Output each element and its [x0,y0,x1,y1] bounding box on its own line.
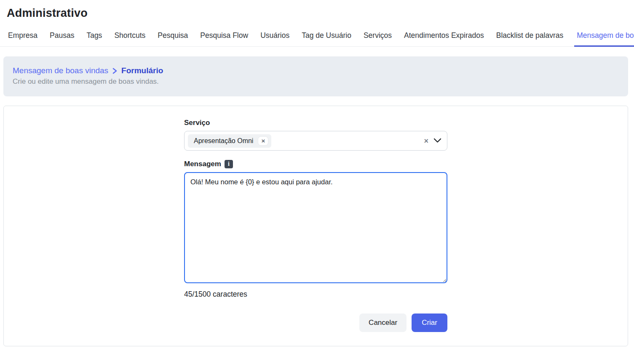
breadcrumb-current: Formulário [121,66,163,75]
form-actions: Cancelar Criar [184,314,447,332]
chevron-down-icon[interactable] [433,137,441,145]
tab-pesquisa[interactable]: Pesquisa [156,31,189,47]
tab-servicos[interactable]: Serviços [362,31,393,47]
tab-shortcuts[interactable]: Shortcuts [113,31,147,47]
service-label: Serviço [184,119,210,127]
page-title: Administrativo [7,7,634,20]
tab-tags[interactable]: Tags [85,31,103,47]
character-counter: 45/1500 caracteres [184,290,447,299]
chevron-right-icon [112,68,118,74]
breadcrumb-parent-link[interactable]: Mensagem de boas vindas [13,66,108,75]
admin-tab-bar: Empresa Pausas Tags Shortcuts Pesquisa P… [0,31,634,47]
info-icon[interactable]: i [225,160,233,168]
tab-usuarios[interactable]: Usuários [259,31,291,47]
service-multiselect[interactable]: Apresentação Omni × × [184,131,447,151]
tab-empresa[interactable]: Empresa [7,31,39,47]
create-button[interactable]: Criar [412,314,447,332]
breadcrumb: Mensagem de boas vindas Formulário [13,66,619,75]
page-subtitle: Crie ou edite uma mensagem de boas vinda… [13,77,619,86]
tab-tag-de-usuario[interactable]: Tag de Usuário [300,31,353,47]
welcome-message-form: Serviço Apresentação Omni × × Mensagem i… [184,119,447,332]
cancel-button[interactable]: Cancelar [359,314,407,332]
message-textarea[interactable]: Olá! Meu nome é {0} e estou aqui para aj… [184,172,447,283]
selected-service-chip: Apresentação Omni × [188,134,271,148]
clear-selection-icon[interactable]: × [424,137,428,145]
tab-atendimentos-expirados[interactable]: Atendimentos Expirados [403,31,485,47]
form-card: Serviço Apresentação Omni × × Mensagem i… [3,106,628,346]
breadcrumb-panel: Mensagem de boas vindas Formulário Crie … [3,56,628,96]
message-label: Mensagem [184,160,221,168]
tab-pesquisa-flow[interactable]: Pesquisa Flow [199,31,249,47]
tab-pausas[interactable]: Pausas [48,31,75,47]
selected-service-chip-label: Apresentação Omni [194,137,253,145]
tab-mensagem-de-boas-vindas[interactable]: Mensagem de boas vindas [574,31,634,47]
chip-remove-icon[interactable]: × [258,137,268,145]
tab-blacklist-de-palavras[interactable]: Blacklist de palavras [495,31,565,47]
